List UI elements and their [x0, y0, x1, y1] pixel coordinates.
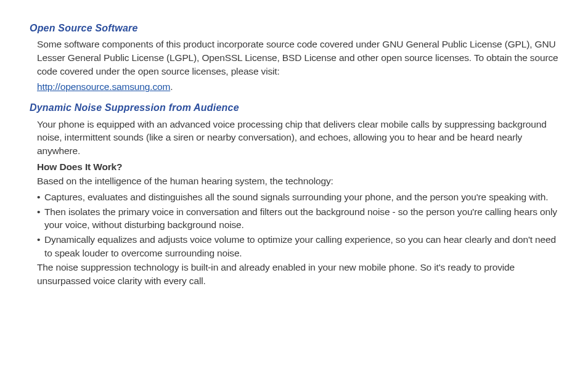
bullet-item: Captures, evaluates and distinguishes al… — [37, 190, 558, 204]
heading-oss: Open Source Software — [30, 22, 558, 35]
section-oss-body: Some software components of this product… — [37, 38, 558, 94]
noise-para2: Based on the intelligence of the human h… — [37, 174, 558, 188]
oss-link-line: http://opensource.samsung.com. — [37, 80, 558, 94]
noise-intro: Your phone is equipped with an advanced … — [37, 118, 558, 158]
section-noise-body: Your phone is equipped with an advanced … — [37, 118, 558, 288]
oss-paragraph: Some software components of this product… — [37, 38, 558, 78]
heading-noise: Dynamic Noise Suppression from Audience — [30, 101, 558, 115]
bullet-item: Then isolates the primary voice in conve… — [37, 205, 558, 232]
section-oss: Open Source Software Some software compo… — [30, 22, 558, 94]
bullet-item: Dynamically equalizes and adjusts voice … — [37, 233, 558, 259]
noise-subheading: How Does It Work? — [37, 160, 558, 174]
noise-para3: The noise suppression technology is buil… — [37, 261, 558, 287]
oss-link[interactable]: http://opensource.samsung.com — [37, 81, 170, 92]
noise-bullets: Captures, evaluates and distinguishes al… — [37, 190, 558, 259]
oss-link-period: . — [170, 81, 173, 92]
section-noise-suppression: Dynamic Noise Suppression from Audience … — [30, 101, 558, 288]
